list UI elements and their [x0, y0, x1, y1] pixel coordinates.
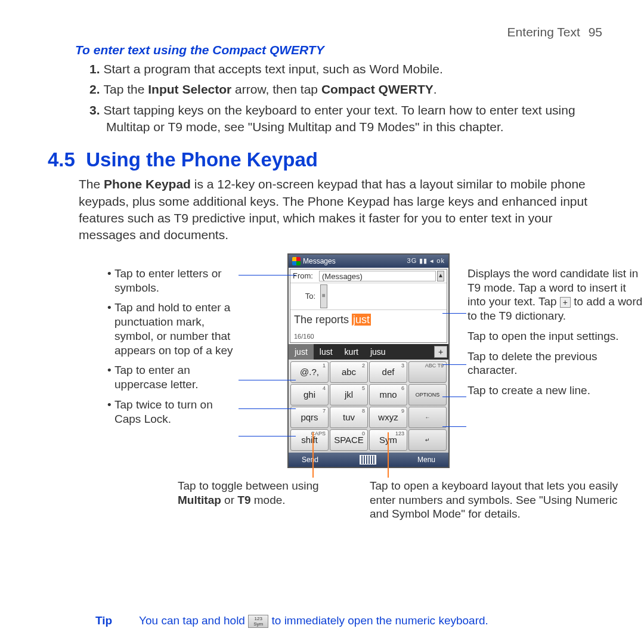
key-wxyz[interactable]: 9wxyz — [369, 407, 407, 428]
key-←[interactable]: ← — [408, 407, 447, 428]
key-mno[interactable]: 6mno — [369, 384, 407, 405]
from-label: From: — [293, 271, 319, 280]
phone-body: From: (Messages) ▲ To: ≡ The reports jus… — [290, 269, 447, 343]
note-hold: Tap and hold to enter a punctuation mark… — [107, 301, 239, 357]
softkey-menu[interactable]: Menu — [417, 456, 435, 464]
from-value[interactable]: (Messages) — [319, 271, 436, 281]
key-SPACE[interactable]: 0SPACE — [330, 429, 368, 451]
page-header: Entering Text 95 — [48, 25, 602, 39]
note-settings: Tap to open the input settings. — [467, 329, 644, 343]
candidate-3[interactable]: jusu — [364, 344, 392, 360]
sym-key-icon: 123Sym — [248, 615, 268, 628]
title-status: 3G ▮▮ ◂ ok — [407, 257, 445, 265]
char-count: 16/160 — [290, 333, 447, 342]
subsection-title: To enter text using the Compact QWERTY — [75, 43, 602, 57]
note-uppercase: Tap to enter an uppercase letter. — [107, 363, 239, 392]
step-3: 3.Start tapping keys on the keyboard to … — [89, 102, 602, 136]
step-2: 2.Tap the Input Selector arrow, then tap… — [89, 81, 602, 98]
steps-list: 1.Start a program that accepts text inpu… — [89, 61, 602, 135]
candidate-2[interactable]: kurt — [339, 344, 364, 360]
note-toggle: Tap to toggle between using Multitap or … — [178, 479, 345, 507]
tip-line: Tip You can tap and hold 123Sym to immed… — [95, 614, 488, 628]
key-jkl[interactable]: 5jkl — [330, 384, 368, 405]
title-left: Messages — [292, 257, 336, 265]
note-letters: Tap to enter letters or symbols. — [107, 267, 239, 295]
t9-highlight: just — [352, 314, 371, 326]
leader-line — [312, 432, 314, 478]
phone-titlebar[interactable]: Messages 3G ▮▮ ◂ ok — [289, 255, 448, 268]
left-annotations: Tap to enter letters or symbols. Tap and… — [107, 267, 239, 432]
scroll-up-icon[interactable]: ▲ — [437, 271, 444, 281]
right-annotations: Displays the word candidate list in T9 m… — [467, 267, 644, 404]
note-delete: Tap to delete the previous character. — [467, 349, 644, 378]
scroll-thumb[interactable]: ≡ — [320, 284, 327, 308]
section-heading: 4.5 Using the Phone Keypad — [48, 148, 602, 171]
key-ABC T9[interactable]: ABC T9 — [408, 361, 447, 383]
note-capslock: Tap twice to turn on Caps Lock. — [107, 398, 239, 426]
note-sym: Tap to open a keyboard layout that lets … — [370, 479, 620, 521]
leader-line — [442, 364, 466, 366]
tip-label: Tip — [95, 614, 112, 627]
note-candidates: Displays the word candidate list in T9 m… — [467, 267, 644, 323]
leader-line — [442, 426, 466, 428]
add-word-button[interactable]: + — [434, 346, 447, 358]
note-newline: Tap to create a new line. — [467, 383, 644, 398]
leader-line — [239, 380, 296, 381]
phone-mockup: Messages 3G ▮▮ ◂ ok From: (Messages) ▲ T… — [287, 253, 450, 468]
key-shift[interactable]: CAPSshift — [290, 429, 329, 451]
step-1: 1.Start a program that accepts text inpu… — [89, 61, 602, 78]
plus-icon: + — [560, 297, 571, 308]
leader-line — [239, 408, 296, 410]
key-↵[interactable]: ↵ — [408, 429, 447, 451]
to-row: To: ≡ — [290, 283, 447, 310]
candidate-0[interactable]: just — [289, 344, 314, 360]
leader-line — [239, 275, 296, 276]
leader-line — [239, 436, 296, 437]
header-page-number: 95 — [589, 25, 602, 39]
windows-logo-icon — [292, 257, 301, 265]
key-def[interactable]: 3def — [369, 361, 407, 383]
message-area[interactable]: The reports just — [290, 310, 447, 333]
figure-wrap: Tap to enter letters or symbols. Tap and… — [48, 253, 602, 552]
keyboard-selector-icon[interactable] — [360, 455, 376, 465]
leader-line — [442, 313, 466, 314]
candidate-1[interactable]: lust — [314, 344, 339, 360]
key-ghi[interactable]: 4ghi — [290, 384, 329, 405]
leader-line — [442, 397, 466, 398]
header-section: Entering Text — [507, 25, 580, 39]
intro-paragraph: The Phone Keypad is a 12-key on-screen k… — [79, 176, 602, 243]
key-tuv[interactable]: 8tuv — [330, 407, 368, 428]
leader-line — [388, 432, 389, 478]
softkey-send[interactable]: Send — [302, 456, 318, 464]
key-pqrs[interactable]: 7pqrs — [290, 407, 329, 428]
to-label: To: — [293, 292, 319, 301]
key-OPTIONS[interactable]: OPTIONS — [408, 384, 447, 405]
key-@.?,[interactable]: 1@.?, — [290, 361, 329, 383]
candidate-bar[interactable]: just lust kurt jusu + — [289, 344, 448, 360]
key-abc[interactable]: 2abc — [330, 361, 368, 383]
from-row: From: (Messages) ▲ — [290, 270, 447, 283]
